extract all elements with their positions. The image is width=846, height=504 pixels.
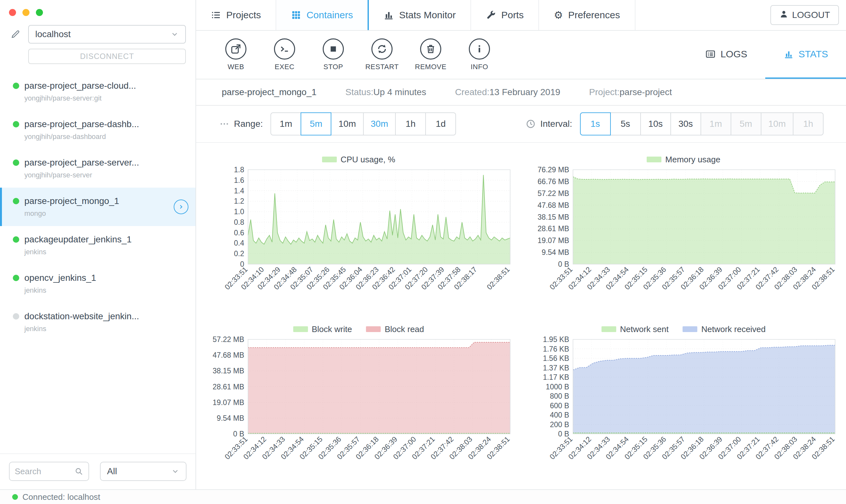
nav-tab-containers[interactable]: Containers	[276, 0, 369, 30]
connection-status-icon	[12, 494, 18, 500]
container-item-image: yongjhih/parse-server:git	[24, 94, 173, 103]
chart-plot: 02:33:5102:34:1002:34:2902:34:4802:35:07…	[200, 166, 517, 312]
container-item-parse-project-mongo-1[interactable]: parse-project_mongo_1 mongo	[0, 187, 195, 226]
range-option-10m[interactable]: 10m	[331, 112, 363, 136]
window-controls[interactable]	[0, 0, 195, 16]
host-select-value: localhost	[35, 29, 71, 39]
svg-text:02:38:51: 02:38:51	[485, 265, 512, 291]
logout-button[interactable]: LOGOUT	[770, 5, 839, 25]
restart-button[interactable]: RESTART	[363, 38, 401, 71]
search-icon	[74, 467, 83, 476]
svg-text:1.76 KB: 1.76 KB	[543, 345, 569, 353]
range-option-1m[interactable]: 1m	[271, 112, 301, 136]
traffic-light-minimize[interactable]	[22, 9, 30, 16]
svg-text:0: 0	[240, 260, 244, 268]
legend-swatch	[683, 326, 697, 332]
svg-text:1.8: 1.8	[234, 166, 244, 174]
svg-text:0.6: 0.6	[234, 229, 244, 237]
nav-tab-ports[interactable]: Ports	[471, 0, 539, 30]
container-info-fields: Status:Up 4 minutes Created:13 February …	[345, 87, 672, 97]
edit-host-button[interactable]	[8, 26, 23, 42]
svg-text:1.6: 1.6	[234, 176, 244, 184]
nav-tabs: Projects Containers Stats Monitor Ports …	[196, 0, 636, 30]
nav-tab-projects[interactable]: Projects	[196, 0, 276, 30]
svg-text:57.22 MB: 57.22 MB	[213, 336, 244, 344]
legend-swatch	[322, 157, 337, 162]
list-icon	[211, 10, 221, 20]
info-field-project: Project:parse-project	[589, 87, 672, 97]
web-button[interactable]: WEB	[217, 38, 255, 71]
legend-item-block-write: Block write	[293, 324, 352, 334]
svg-text:9.54 MB: 9.54 MB	[541, 248, 569, 256]
stats-icon	[783, 49, 794, 59]
stop-button[interactable]: STOP	[314, 38, 352, 71]
svg-text:1.37 KB: 1.37 KB	[543, 364, 569, 372]
chevron-right-icon[interactable]	[174, 199, 188, 214]
svg-text:38.15 MB: 38.15 MB	[213, 367, 244, 375]
remove-button[interactable]: REMOVE	[412, 38, 450, 71]
container-item-name: parse-project_parse-cloud...	[24, 81, 136, 91]
chart-legend: CPU usage, %	[322, 152, 395, 166]
container-list: parse-project_parse-cloud... yongjhih/pa…	[0, 72, 195, 453]
svg-text:1000 B: 1000 B	[546, 383, 569, 391]
interval-option-5s[interactable]: 5s	[610, 112, 641, 136]
chart-legend: Network sentNetwork received	[602, 322, 766, 336]
svg-text:19.07 MB: 19.07 MB	[538, 236, 569, 245]
container-status-dot	[13, 275, 19, 281]
chart-legend: Block writeBlock read	[293, 322, 424, 336]
stop-icon	[323, 38, 344, 59]
interval-option-10s[interactable]: 10s	[640, 112, 671, 136]
sidebar-bottom: All	[0, 453, 195, 489]
range-option-30m[interactable]: 30m	[363, 112, 396, 136]
disconnect-button[interactable]: DISCONNECT	[28, 49, 186, 64]
container-item-name: parse-project_parse-dashb...	[24, 119, 139, 129]
interval-option-1s[interactable]: 1s	[580, 112, 611, 136]
view-tab-stats[interactable]: STATS	[765, 31, 846, 79]
container-item-parse-project-parse-server[interactable]: parse-project_parse-server... yongjhih/p…	[0, 149, 195, 187]
interval-controls: Interval: 1s5s10s30s1m5m10m1h	[525, 112, 824, 136]
container-item-name: parse-project_mongo_1	[24, 196, 119, 206]
host-select[interactable]: localhost	[28, 25, 186, 43]
chart-legend: Memory usage	[647, 152, 720, 166]
container-item-packageupdater-jenkins-1[interactable]: packageupdater_jenkins_1 jenkins	[0, 226, 195, 265]
svg-text:47.68 MB: 47.68 MB	[538, 201, 569, 210]
info-icon	[469, 38, 490, 59]
svg-text:19.07 MB: 19.07 MB	[213, 398, 244, 407]
sidebar: localhost DISCONNECT parse-project_parse…	[0, 0, 196, 489]
container-item-parse-project-parse-dashb[interactable]: parse-project_parse-dashb... yongjhih/pa…	[0, 111, 195, 149]
container-item-parse-project-parse-cloud[interactable]: parse-project_parse-cloud... yongjhih/pa…	[0, 72, 195, 111]
chevron-down-icon	[171, 467, 179, 475]
traffic-light-zoom[interactable]	[36, 9, 43, 16]
svg-text:9.54 MB: 9.54 MB	[217, 414, 244, 422]
svg-text:0.8: 0.8	[234, 218, 244, 227]
legend-item-memory-usage: Memory usage	[647, 155, 720, 165]
range-option-5m[interactable]: 5m	[300, 112, 331, 136]
logout-label: LOGOUT	[792, 10, 830, 20]
view-tabs: LOGS STATS	[687, 31, 846, 79]
search-input[interactable]	[15, 467, 72, 476]
container-toolbar: WEB EXEC STOP RESTART REMOVE INFO LOGS S…	[196, 31, 846, 79]
nav-tab-stats-monitor[interactable]: Stats Monitor	[369, 0, 471, 30]
interval-label: Interval:	[540, 119, 572, 129]
interval-option-5m: 5m	[731, 112, 761, 136]
exec-button[interactable]: EXEC	[265, 38, 304, 71]
restart-icon	[372, 38, 393, 59]
trash-icon	[420, 38, 441, 59]
svg-text:76.29 MB: 76.29 MB	[538, 166, 569, 174]
interval-option-30s[interactable]: 30s	[670, 112, 701, 136]
range-option-1h[interactable]: 1h	[395, 112, 426, 136]
legend-swatch	[293, 326, 308, 332]
view-tab-logs[interactable]: LOGS	[687, 31, 765, 79]
chart-memory-usage: Memory usage 02:33:5102:34:1202:34:3302:…	[521, 152, 846, 320]
bar-chart-icon	[384, 10, 394, 20]
charts-grid: CPU usage, % 02:33:5102:34:1002:34:2902:…	[196, 143, 846, 489]
container-item-dockstation-website-jenkin[interactable]: dockstation-website_jenkin... jenkins	[0, 303, 195, 341]
nav-tab-preferences[interactable]: ⚙ Preferences	[539, 0, 635, 30]
container-item-opencv-jenkins-1[interactable]: opencv_jenkins_1 jenkins	[0, 265, 195, 303]
range-option-1d[interactable]: 1d	[425, 112, 456, 136]
svg-text:1.56 KB: 1.56 KB	[543, 354, 569, 362]
info-button[interactable]: INFO	[460, 38, 499, 71]
traffic-light-close[interactable]	[9, 9, 16, 16]
svg-text:0 B: 0 B	[558, 430, 569, 438]
filter-select[interactable]: All	[100, 462, 187, 481]
